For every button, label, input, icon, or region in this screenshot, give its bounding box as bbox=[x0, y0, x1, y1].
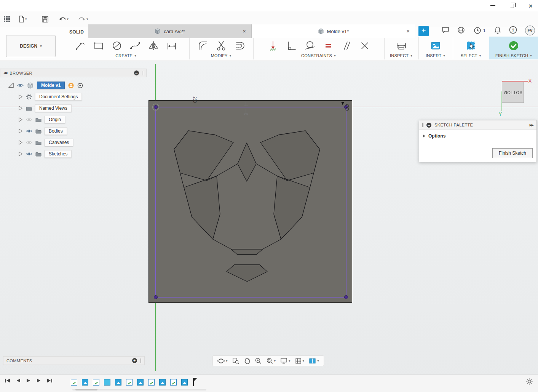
doc-tab-molde[interactable]: Molde v1* × bbox=[252, 24, 415, 38]
fillet-tool-button[interactable] bbox=[196, 39, 210, 53]
palette-options-row[interactable]: Options bbox=[419, 130, 536, 142]
window-minimize-icon[interactable] bbox=[490, 5, 495, 6]
visibility-eye-icon[interactable] bbox=[17, 83, 24, 88]
mirror-tool-button[interactable] bbox=[147, 39, 160, 53]
visibility-eye-icon[interactable] bbox=[26, 129, 32, 133]
comments-header[interactable]: COMMENTS + bbox=[3, 356, 145, 365]
tree-row-named-views[interactable]: Named Views bbox=[0, 102, 147, 114]
file-menu-button[interactable]: ▾ bbox=[18, 15, 28, 23]
pan-button[interactable] bbox=[244, 357, 250, 364]
disclosure-arrow-icon[interactable] bbox=[18, 106, 23, 110]
tree-row-document-settings[interactable]: Document Settings bbox=[0, 91, 147, 102]
timeline-position-marker[interactable] bbox=[193, 378, 194, 386]
parallel-constraint-button[interactable] bbox=[339, 39, 353, 53]
disclosure-arrow-icon[interactable] bbox=[18, 140, 23, 145]
finish-sketch-button[interactable]: FINISH SKETCH ▾ bbox=[489, 37, 538, 59]
tab-close-icon[interactable]: × bbox=[406, 28, 410, 34]
undo-button[interactable]: ▾ bbox=[58, 16, 70, 23]
viewcube[interactable]: BOTTOM bbox=[502, 82, 524, 103]
app-grid-button[interactable] bbox=[3, 15, 11, 23]
select-dropdown[interactable]: SELECT ▾ bbox=[461, 53, 481, 58]
save-button[interactable] bbox=[41, 15, 49, 23]
timeline-feature-icon[interactable] bbox=[181, 379, 188, 386]
timeline-feature-icon[interactable] bbox=[115, 379, 121, 386]
insert-image-button[interactable] bbox=[429, 39, 442, 53]
disclosure-arrow-icon[interactable] bbox=[18, 152, 23, 156]
window-restore-icon[interactable] bbox=[510, 4, 514, 8]
inspect-dropdown[interactable]: INSPECT ▾ bbox=[390, 53, 412, 58]
root-component-label[interactable]: Molde v1 bbox=[37, 82, 65, 89]
dimension-tool-button[interactable] bbox=[165, 39, 179, 53]
tree-item-label[interactable]: Sketches bbox=[45, 150, 72, 158]
disclosure-arrow-icon[interactable] bbox=[18, 94, 23, 99]
select-tool-button[interactable] bbox=[464, 39, 478, 53]
trim-tool-button[interactable] bbox=[214, 39, 228, 53]
visibility-eye-icon[interactable] bbox=[26, 117, 32, 122]
orbit-button[interactable]: ▾ bbox=[217, 357, 228, 365]
timeline-feature-icon[interactable] bbox=[93, 379, 99, 386]
canvas-image-sketch[interactable] bbox=[148, 100, 352, 303]
zoom-button[interactable] bbox=[255, 357, 262, 364]
web-button[interactable] bbox=[457, 26, 465, 35]
add-comment-icon[interactable]: + bbox=[132, 358, 137, 363]
spline-tool-button[interactable] bbox=[128, 39, 142, 53]
expand-panel-icon[interactable]: ▶▶ bbox=[530, 123, 533, 127]
activate-component-icon[interactable] bbox=[77, 83, 83, 88]
circle-tool-button[interactable] bbox=[110, 39, 124, 53]
redo-button[interactable]: ▾ bbox=[77, 16, 89, 23]
tree-item-label[interactable]: Origin bbox=[45, 116, 65, 123]
rectangle-tool-button[interactable] bbox=[92, 39, 105, 53]
fix-constraint-button[interactable] bbox=[266, 39, 280, 53]
visibility-eye-icon[interactable] bbox=[26, 140, 32, 145]
disclosure-arrow-icon[interactable] bbox=[423, 134, 425, 138]
fit-button[interactable]: ▾ bbox=[266, 357, 276, 364]
tree-row-canvases[interactable]: Canvases bbox=[0, 137, 147, 148]
grid-snap-button[interactable]: ▾ bbox=[295, 358, 305, 364]
minimize-panel-icon[interactable]: – bbox=[426, 123, 431, 128]
panel-drag-handle-icon[interactable] bbox=[422, 123, 423, 127]
tangent-constraint-button[interactable] bbox=[303, 39, 316, 53]
go-to-end-icon[interactable] bbox=[47, 378, 53, 383]
tab-close-icon[interactable]: × bbox=[243, 28, 246, 34]
new-document-button[interactable]: + bbox=[418, 26, 429, 36]
tree-item-label[interactable]: Bodies bbox=[45, 127, 67, 135]
step-forward-icon[interactable] bbox=[37, 378, 41, 383]
disclosure-arrow-icon[interactable] bbox=[18, 129, 23, 133]
measure-tool-button[interactable] bbox=[394, 39, 408, 53]
modeling-canvas[interactable]: 280 X Y BOTTOM ◀◀ BROWSER – bbox=[0, 61, 538, 392]
timeline-feature-icon[interactable] bbox=[104, 379, 110, 386]
timeline-feature-icon[interactable] bbox=[126, 379, 133, 386]
tree-item-label[interactable]: Named Views bbox=[35, 104, 72, 112]
help-button[interactable]: ? bbox=[509, 26, 517, 35]
tree-row-origin[interactable]: Origin bbox=[0, 114, 147, 125]
timeline-feature-icon[interactable] bbox=[82, 379, 88, 386]
tab-solid[interactable]: SOLID bbox=[64, 27, 89, 37]
job-status-button[interactable] bbox=[442, 27, 449, 35]
timeline-feature-icon[interactable] bbox=[137, 379, 144, 386]
disclosure-arrow-icon[interactable] bbox=[18, 117, 23, 122]
play-icon[interactable] bbox=[26, 378, 31, 383]
dimension-label[interactable]: 280 bbox=[193, 96, 197, 103]
tree-row-root[interactable]: Molde v1 bbox=[0, 80, 147, 91]
offset-tool-button[interactable] bbox=[233, 39, 246, 53]
modify-dropdown[interactable]: MODIFY ▾ bbox=[211, 53, 231, 58]
symmetry-constraint-button[interactable] bbox=[358, 39, 371, 53]
visibility-eye-icon[interactable] bbox=[26, 152, 32, 156]
insert-dropdown[interactable]: INSERT ▾ bbox=[426, 53, 445, 58]
tree-item-label[interactable]: Canvases bbox=[45, 139, 73, 146]
window-close-icon[interactable]: × bbox=[528, 2, 533, 10]
timeline-feature-icon[interactable] bbox=[170, 379, 177, 386]
browser-header[interactable]: ◀◀ BROWSER – bbox=[0, 69, 147, 77]
line-tool-button[interactable] bbox=[73, 39, 87, 53]
design-workspace-selector[interactable]: DESIGN ▾ bbox=[6, 35, 56, 57]
tree-row-sketches[interactable]: Sketches bbox=[0, 148, 147, 160]
perpendicular-constraint-button[interactable] bbox=[284, 39, 298, 53]
timeline-scrollbar[interactable] bbox=[72, 389, 206, 390]
timeline-feature-icon[interactable] bbox=[148, 379, 155, 386]
collapse-panel-icon[interactable]: ◀◀ bbox=[3, 71, 6, 75]
step-back-icon[interactable] bbox=[16, 378, 21, 383]
timeline-feature-icon[interactable] bbox=[159, 379, 166, 386]
expand-arrow-icon[interactable] bbox=[8, 83, 14, 88]
display-settings-button[interactable]: ▾ bbox=[280, 357, 291, 364]
avatar[interactable]: FV bbox=[525, 26, 535, 35]
